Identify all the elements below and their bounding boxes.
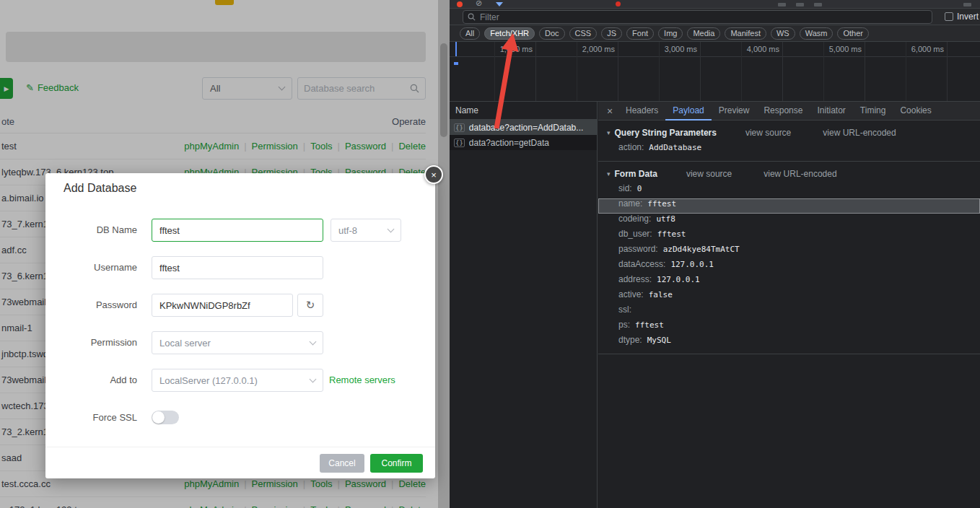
param-row-dataaccess[interactable]: dataAccess:127.0.0.1 (598, 259, 980, 274)
confirm-button[interactable]: Confirm (370, 454, 423, 473)
username-field[interactable] (152, 256, 323, 279)
timeline-gridline (782, 42, 783, 101)
param-row-active[interactable]: active:false (598, 289, 980, 305)
filter-chip-font[interactable]: Font (626, 27, 654, 40)
query-string-section-header[interactable]: ▾ Query String Parameters view source vi… (598, 125, 980, 141)
add-database-modal: Add Database × DB Name utf-8 Username Pa… (45, 173, 435, 478)
filter-chip-doc[interactable]: Doc (539, 27, 565, 40)
tab-timing[interactable]: Timing (853, 102, 893, 121)
timeline-label: 2,000 ms (563, 45, 615, 53)
db-name-field[interactable] (152, 219, 323, 242)
json-icon: {} (454, 139, 465, 147)
tab-initiator[interactable]: Initiator (810, 102, 852, 121)
toolbar-icon[interactable] (778, 3, 786, 6)
param-key: dataAccess: (618, 259, 665, 269)
payload-body: ▾ Query String Parameters view source vi… (598, 121, 980, 508)
filter-chip-all[interactable]: All (460, 27, 480, 40)
param-key: sid: (618, 183, 632, 193)
tab-payload[interactable]: Payload (665, 102, 711, 121)
close-icon[interactable]: × (424, 165, 443, 184)
password-label: Password (45, 294, 137, 317)
param-row-name[interactable]: name:fftest (598, 198, 980, 214)
timeline-label: 6,000 ms (892, 45, 944, 53)
request-row[interactable]: {}database?action=AddDatab... (450, 120, 597, 135)
refresh-password-icon[interactable]: ↻ (297, 294, 323, 317)
view-source-link[interactable]: view source (745, 128, 791, 138)
filter-chip-wasm[interactable]: Wasm (800, 27, 834, 40)
section-divider (598, 161, 980, 162)
param-row-ssl[interactable]: ssl: (598, 305, 980, 320)
form-data-section-header[interactable]: ▾ Form Data view source view URL-encoded (598, 166, 980, 182)
db-name-label: DB Name (45, 219, 137, 242)
timeline-gridline (700, 42, 701, 101)
filter-chip-manifest[interactable]: Manifest (725, 27, 766, 40)
tab-headers[interactable]: Headers (618, 102, 665, 121)
filter-chip-media[interactable]: Media (687, 27, 720, 40)
request-name-header[interactable]: Name (450, 102, 597, 120)
param-value: fftest (635, 320, 664, 330)
devtools-toolbar: ⊘ (450, 0, 980, 9)
filter-chip-other[interactable]: Other (837, 27, 869, 40)
invert-filter[interactable]: Invert (945, 12, 979, 22)
param-key: db_user: (618, 229, 652, 239)
charset-select[interactable]: utf-8 (331, 219, 401, 242)
param-value: 127.0.0.1 (670, 260, 714, 269)
param-row-dtype[interactable]: dtype:MySQL (598, 335, 980, 350)
details-tabbar: × HeadersPayloadPreviewResponseInitiator… (598, 102, 980, 121)
permission-label: Permission (45, 331, 137, 354)
settings-icon[interactable] (963, 3, 971, 6)
view-url-encoded-link[interactable]: view URL-encoded (764, 169, 836, 179)
add-to-value: LocalServer (127.0.0.1) (159, 375, 258, 386)
form-data-title: Form Data (615, 169, 657, 179)
param-row-codeing[interactable]: codeing:utf8 (598, 214, 980, 229)
cancel-button[interactable]: Cancel (320, 454, 364, 473)
add-to-label: Add to (45, 369, 137, 392)
param-row-password[interactable]: password:azDd4kye84TmAtCT (598, 244, 980, 259)
toolbar-icon[interactable] (814, 3, 822, 6)
toolbar-icon[interactable] (796, 3, 804, 6)
filter-chip-img[interactable]: Img (658, 27, 683, 40)
tab-preview[interactable]: Preview (712, 102, 757, 121)
clear-icon[interactable]: ⊘ (476, 0, 482, 8)
request-column: Name {}database?action=AddDatab...{}data… (450, 102, 598, 508)
network-filter-input[interactable] (480, 12, 927, 22)
param-row-sid[interactable]: sid:0 (598, 183, 980, 198)
devtools-network-panel: ⊘ Invert AllFetch/XHRDocCSSJSFontImgMedi… (450, 0, 980, 508)
param-value: utf8 (656, 214, 675, 224)
request-details: × HeadersPayloadPreviewResponseInitiator… (598, 102, 980, 508)
timeline-request-mark (454, 62, 458, 65)
add-to-select[interactable]: LocalServer (127.0.0.1) (152, 369, 323, 392)
param-value: azDd4kye84TmAtCT (663, 245, 740, 254)
param-key: active: (618, 289, 644, 299)
request-row[interactable]: {}data?action=getData (450, 135, 597, 150)
timeline-gridline (535, 42, 536, 101)
filter-chip-ws[interactable]: WS (771, 27, 795, 40)
filter-chip-fetch-xhr[interactable]: Fetch/XHR (484, 27, 535, 40)
record-icon[interactable] (457, 1, 463, 7)
view-url-encoded-link[interactable]: view URL-encoded (823, 128, 896, 138)
toggle-knob (152, 411, 165, 424)
section-divider (598, 354, 980, 354)
filter-chip-js[interactable]: JS (601, 27, 622, 40)
tab-cookies[interactable]: Cookies (893, 102, 938, 121)
password-field[interactable] (152, 294, 293, 317)
param-row-db-user[interactable]: db_user:fftest (598, 229, 980, 244)
permission-select[interactable]: Local server (152, 331, 323, 354)
param-row-ps[interactable]: ps:fftest (598, 320, 980, 335)
details-tabs: HeadersPayloadPreviewResponseInitiatorTi… (618, 102, 939, 121)
filter-funnel-icon[interactable] (496, 2, 503, 6)
filter-chip-css[interactable]: CSS (569, 27, 598, 40)
param-value: MySQL (647, 336, 671, 345)
param-row-action[interactable]: action:AddDatabase (598, 142, 980, 157)
timeline-ruler[interactable]: 1,000 ms2,000 ms3,000 ms4,000 ms5,000 ms… (450, 42, 980, 102)
close-details-icon[interactable]: × (601, 105, 618, 117)
modal-footer-divider (45, 447, 435, 447)
timeline-label: 4,000 ms (727, 45, 779, 53)
invert-checkbox[interactable] (945, 12, 953, 21)
view-source-link[interactable]: view source (686, 169, 732, 179)
tab-response[interactable]: Response (756, 102, 810, 121)
param-row-address[interactable]: address:127.0.0.1 (598, 274, 980, 289)
param-key: ps: (618, 320, 630, 330)
remote-servers-link[interactable]: Remote servers (329, 369, 395, 392)
force-ssl-toggle[interactable] (152, 411, 179, 424)
